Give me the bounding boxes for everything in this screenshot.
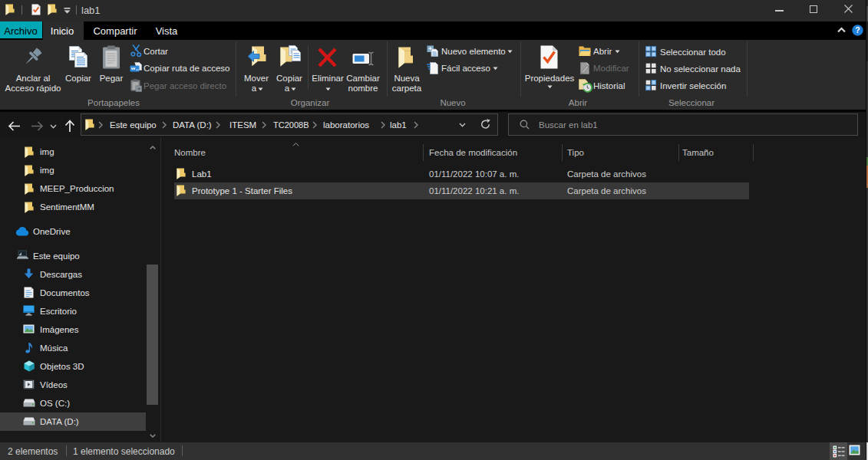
svg-text:?: ? (855, 25, 860, 34)
